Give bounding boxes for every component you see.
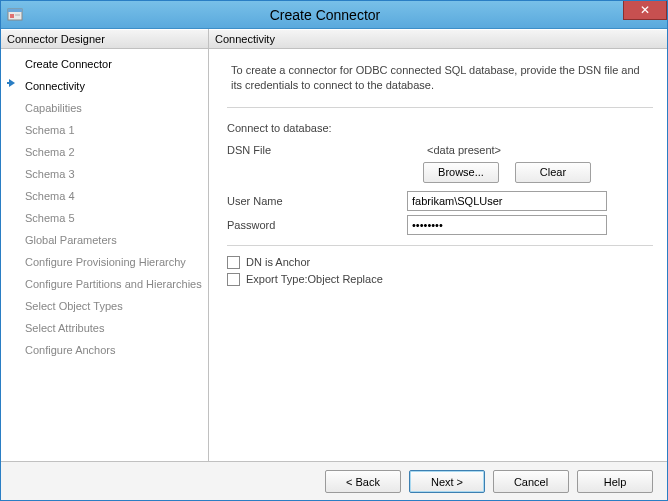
nav-item-schema2[interactable]: Schema 2 (5, 141, 208, 163)
nav-item-partitions[interactable]: Configure Partitions and Hierarchies (5, 273, 208, 295)
nav-list: Create Connector Connectivity Capabiliti… (1, 49, 208, 461)
nav-item-label: Schema 1 (25, 124, 75, 136)
nav-item-connectivity[interactable]: Connectivity (5, 75, 208, 97)
dn-anchor-checkbox[interactable] (227, 256, 240, 269)
svg-rect-3 (15, 14, 20, 16)
nav-item-provisioning[interactable]: Configure Provisioning Hierarchy (5, 251, 208, 273)
close-icon: ✕ (640, 3, 650, 17)
svg-rect-1 (8, 9, 22, 12)
left-panel: Connector Designer Create Connector Conn… (1, 29, 209, 461)
nav-item-label: Capabilities (25, 102, 82, 114)
nav-item-label: Select Attributes (25, 322, 105, 334)
dn-anchor-row: DN is Anchor (227, 256, 653, 269)
main-content: Connector Designer Create Connector Conn… (1, 29, 667, 461)
username-label: User Name (227, 195, 407, 207)
clear-button[interactable]: Clear (515, 162, 591, 183)
nav-item-schema4[interactable]: Schema 4 (5, 185, 208, 207)
dn-anchor-label: DN is Anchor (246, 256, 310, 268)
nav-item-attributes[interactable]: Select Attributes (5, 317, 208, 339)
export-type-label: Export Type:Object Replace (246, 273, 383, 285)
password-label: Password (227, 219, 407, 231)
nav-item-global-params[interactable]: Global Parameters (5, 229, 208, 251)
nav-item-schema3[interactable]: Schema 3 (5, 163, 208, 185)
close-button[interactable]: ✕ (623, 0, 667, 20)
browse-button[interactable]: Browse... (423, 162, 499, 183)
divider (227, 245, 653, 246)
left-panel-header: Connector Designer (1, 29, 208, 49)
window-title: Create Connector (23, 7, 667, 23)
right-panel: Connectivity To create a connector for O… (209, 29, 667, 461)
nav-item-label: Schema 4 (25, 190, 75, 202)
nav-item-label: Select Object Types (25, 300, 123, 312)
help-button[interactable]: Help (577, 470, 653, 493)
nav-item-label: Configure Provisioning Hierarchy (25, 256, 186, 268)
nav-item-object-types[interactable]: Select Object Types (5, 295, 208, 317)
right-panel-header: Connectivity (209, 29, 667, 49)
nav-item-label: Schema 2 (25, 146, 75, 158)
dsn-row: DSN File <data present> (227, 144, 653, 156)
dsn-button-row: Browse... Clear (423, 162, 653, 183)
title-bar: Create Connector ✕ (1, 1, 667, 29)
password-input[interactable] (407, 215, 607, 235)
export-type-row: Export Type:Object Replace (227, 273, 653, 286)
app-icon (7, 7, 23, 23)
cancel-button[interactable]: Cancel (493, 470, 569, 493)
connect-db-label: Connect to database: (227, 122, 653, 134)
next-button[interactable]: Next > (409, 470, 485, 493)
nav-item-label: Configure Partitions and Hierarchies (25, 278, 202, 290)
nav-item-label: Create Connector (25, 58, 112, 70)
right-body: To create a connector for ODBC connected… (209, 49, 667, 461)
nav-item-label: Schema 3 (25, 168, 75, 180)
svg-rect-2 (10, 14, 14, 18)
nav-item-capabilities[interactable]: Capabilities (5, 97, 208, 119)
nav-item-label: Connectivity (25, 80, 85, 92)
username-input[interactable] (407, 191, 607, 211)
dsn-file-label: DSN File (227, 144, 407, 156)
password-row: Password (227, 215, 653, 235)
nav-item-label: Global Parameters (25, 234, 117, 246)
username-row: User Name (227, 191, 653, 211)
export-type-checkbox[interactable] (227, 273, 240, 286)
nav-item-label: Configure Anchors (25, 344, 116, 356)
nav-item-anchors[interactable]: Configure Anchors (5, 339, 208, 361)
nav-item-create-connector[interactable]: Create Connector (5, 53, 208, 75)
nav-item-label: Schema 5 (25, 212, 75, 224)
footer-bar: < Back Next > Cancel Help (1, 461, 667, 501)
dsn-file-value: <data present> (427, 144, 501, 156)
nav-item-schema5[interactable]: Schema 5 (5, 207, 208, 229)
back-button[interactable]: < Back (325, 470, 401, 493)
nav-item-schema1[interactable]: Schema 1 (5, 119, 208, 141)
description-text: To create a connector for ODBC connected… (227, 55, 653, 108)
